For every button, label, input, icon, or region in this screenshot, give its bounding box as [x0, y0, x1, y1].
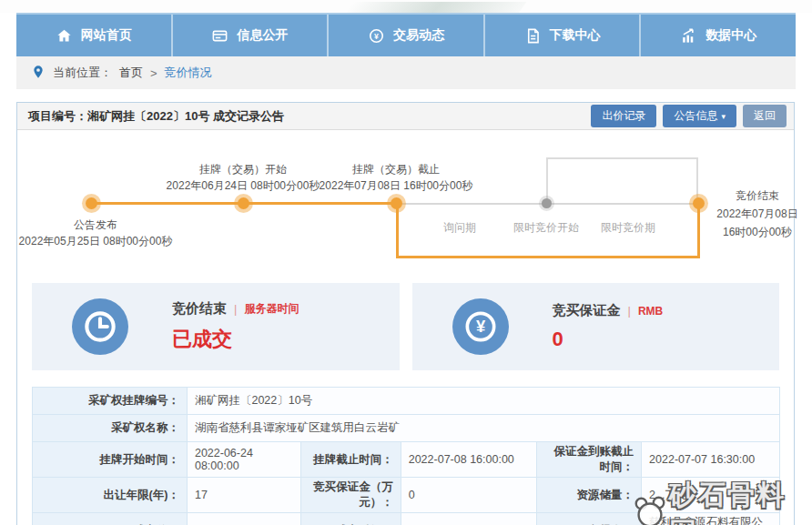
card-title: 竞买保证金 [553, 302, 621, 319]
deposit-deadline-value: 2022-07-07 16:30:00 [642, 442, 780, 478]
grant-years-label: 出让年限(年)： [33, 478, 188, 513]
svg-text:¥: ¥ [475, 317, 485, 336]
breadcrumb: 当前位置： 首页 > 竞价情况 [16, 56, 796, 89]
milestone-announcement: 公告发布 2022年05月25日 08时00分00秒 [0, 217, 200, 249]
banner-artifact [339, 2, 527, 13]
phase-inquiry-period: 询问期 [410, 220, 510, 236]
yuan-cycle-icon: ¥ [368, 27, 385, 45]
milestone-listing-end: 挂牌（交易）截止 2022年07月08日 16时00分00秒 [291, 161, 501, 194]
listing-start-value: 2022-06-24 08:00:00 [187, 442, 300, 478]
nav-item-label: 数据中心 [705, 27, 756, 44]
svg-text:¥: ¥ [374, 31, 379, 40]
location-pin-icon [31, 65, 46, 82]
nav-item-trades[interactable]: ¥ 交易动态 [329, 15, 485, 56]
announcement-info-button[interactable]: 公告信息 ▾ [663, 105, 736, 127]
chevron-down-icon: ▾ [721, 112, 726, 121]
resource-reserve-value-partially-obscured: 2...万吨 [642, 478, 780, 513]
breadcrumb-label: 当前位置： [53, 65, 112, 81]
deposit-deadline-label: 保证金到账截止时间： [537, 442, 642, 478]
breadcrumb-current-link[interactable]: 竞价情况 [165, 65, 212, 81]
card-subtitle: 服务器时间 [244, 301, 299, 317]
bid-deposit-value: 0 [401, 478, 536, 513]
main-nav: 网站首页 信息公开 ¥ 交易动态 下载中心 数据中心 [16, 13, 796, 56]
deposit-value: 0 [553, 328, 664, 351]
download-doc-icon [524, 27, 542, 45]
milestone-auction-end: 竞价结束 2022年07月08日 16时00分00秒 [702, 187, 812, 241]
timeline-skipped-phase-outline [546, 157, 698, 203]
phase-timed-bidding-period: 限时竞价期 [578, 220, 678, 236]
auction-status-value: 已成交 [172, 326, 299, 353]
home-icon [56, 27, 73, 45]
page-title: 项目编号：湘矿网挂〔2022〕10号 成交记录公告 [28, 108, 584, 125]
panel-titlebar: 项目编号：湘矿网挂〔2022〕10号 成交记录公告 出价记录 公告信息 ▾ 返回 [17, 103, 794, 130]
deposit-card: ¥ 竞买保证金 | RMB 0 [412, 283, 780, 370]
auction-status-card: 竞价结束 | 服务器时间 已成交 [32, 283, 400, 370]
nav-item-label: 信息公开 [237, 27, 288, 44]
deal-time-label: 成交时间： [300, 513, 401, 525]
nav-item-label: 网站首页 [81, 27, 132, 44]
project-panel: 项目编号：湘矿网挂〔2022〕10号 成交记录公告 出价记录 公告信息 ▾ 返回… [16, 102, 795, 525]
grant-years-value: 17 [187, 478, 300, 513]
timeline-dot-timed-bidding [542, 198, 552, 208]
winner-label: 竞得人： [537, 513, 642, 525]
card-subtitle: RMB [638, 305, 663, 318]
breadcrumb-separator: > [150, 66, 157, 80]
nav-item-home[interactable]: 网站首页 [16, 15, 173, 56]
table-row: 挂牌开始时间： 2022-06-24 08:00:00 挂牌截止时间： 2022… [33, 442, 780, 478]
bid-deposit-label: 竞买保证金（万元）： [300, 478, 401, 513]
status-cards: 竞价结束 | 服务器时间 已成交 ¥ 竞买保证金 | RMB 0 [17, 283, 794, 370]
table-row: 采矿权挂牌编号： 湘矿网挂〔2022〕10号 [33, 388, 780, 415]
nav-item-label: 交易动态 [393, 27, 444, 44]
deal-time-value: 2022-07-08 16:00:00 [401, 513, 536, 525]
card-title: 竞价结束 [172, 300, 227, 318]
top-banner-strip [0, 0, 812, 13]
listing-no-value: 湘矿网挂〔2022〕10号 [187, 388, 779, 415]
timeline-dot-announcement [86, 197, 97, 209]
table-row: 成交价： 7900万元 成交时间： 2022-07-08 16:00:00 竞得… [33, 513, 780, 525]
bid-record-button[interactable]: 出价记录 [591, 105, 656, 127]
mining-rights-details-table: 采矿权挂牌编号： 湘矿网挂〔2022〕10号 采矿权名称： 湖南省慈利县谭家垭矿… [32, 387, 780, 525]
deal-price-value: 7900万元 [187, 513, 300, 525]
nav-item-downloads[interactable]: 下载中心 [485, 15, 642, 56]
bar-chart-icon [680, 27, 697, 45]
yuan-coin-icon: ¥ [452, 298, 509, 355]
timeline-dot-listing-start [238, 197, 249, 209]
clock-icon [72, 298, 128, 355]
resource-reserve-label: 资源储量： [537, 478, 642, 513]
listing-start-label: 挂牌开始时间： [33, 442, 188, 478]
nav-item-info[interactable]: 信息公开 [173, 15, 330, 56]
breadcrumb-home-link[interactable]: 首页 [119, 65, 143, 81]
card-divider: | [234, 302, 237, 316]
listing-end-value: 2022-07-08 16:00:00 [401, 442, 536, 478]
table-row: 出让年限(年)： 17 竞买保证金（万元）： 0 资源储量： 2...万吨 [33, 478, 780, 513]
nav-item-data-center[interactable]: 数据中心 [641, 15, 796, 56]
card-divider: | [628, 304, 631, 318]
info-card-icon [211, 27, 228, 45]
table-row: 采矿权名称： 湖南省慈利县谭家垭矿区建筑用白云岩矿 [33, 415, 780, 442]
deal-price-label: 成交价： [33, 513, 188, 525]
timeline-dot-listing-end [391, 197, 402, 209]
winner-value: 慈利县鑫源石料有限公司 [642, 513, 780, 525]
mine-name-value: 湖南省慈利县谭家垭矿区建筑用白云岩矿 [187, 415, 779, 442]
listing-no-label: 采矿权挂牌编号： [33, 388, 188, 415]
mine-name-label: 采矿权名称： [33, 415, 188, 442]
back-button[interactable]: 返回 [743, 105, 787, 127]
listing-end-label: 挂牌截止时间： [300, 442, 401, 478]
auction-timeline: 公告发布 2022年05月25日 08时00分00秒 挂牌（交易）开始 2022… [17, 130, 794, 283]
nav-item-label: 下载中心 [550, 27, 601, 44]
